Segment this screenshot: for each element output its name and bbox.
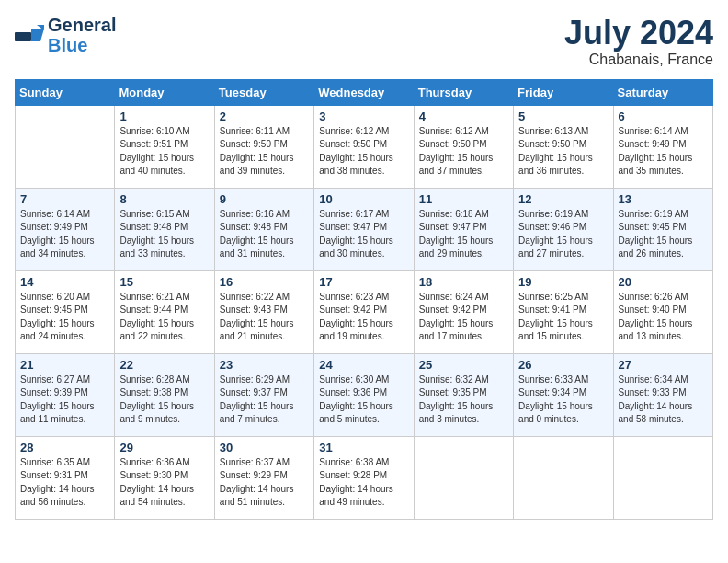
day-number: 20: [619, 275, 708, 289]
day-info: Sunrise: 6:10 AMSunset: 9:51 PMDaylight:…: [119, 125, 209, 178]
calendar-week-row: 21Sunrise: 6:27 AMSunset: 9:39 PMDayligh…: [16, 353, 713, 436]
calendar-cell: 31Sunrise: 6:38 AMSunset: 9:28 PMDayligh…: [314, 436, 414, 519]
calendar-table: SundayMondayTuesdayWednesdayThursdayFrid…: [15, 79, 713, 520]
logo-icon: [15, 25, 44, 45]
calendar-title: July 2024: [564, 15, 713, 52]
day-info: Sunrise: 6:37 AMSunset: 9:29 PMDaylight:…: [220, 456, 309, 510]
calendar-cell: [514, 436, 613, 519]
day-info: Sunrise: 6:12 AMSunset: 9:50 PMDaylight:…: [319, 125, 408, 178]
calendar-cell: 22Sunrise: 6:28 AMSunset: 9:38 PMDayligh…: [115, 353, 214, 436]
calendar-cell: 13Sunrise: 6:19 AMSunset: 9:45 PMDayligh…: [613, 188, 712, 270]
day-info: Sunrise: 6:27 AMSunset: 9:39 PMDaylight:…: [20, 373, 109, 427]
day-number: 12: [518, 192, 608, 206]
calendar-cell: 24Sunrise: 6:30 AMSunset: 9:36 PMDayligh…: [314, 353, 414, 436]
day-info: Sunrise: 6:33 AMSunset: 9:34 PMDaylight:…: [518, 373, 608, 427]
day-info: Sunrise: 6:15 AMSunset: 9:48 PMDaylight:…: [119, 208, 209, 261]
day-number: 28: [20, 441, 109, 454]
day-number: 24: [319, 358, 408, 372]
calendar-cell: 17Sunrise: 6:23 AMSunset: 9:42 PMDayligh…: [314, 270, 414, 353]
day-info: Sunrise: 6:23 AMSunset: 9:42 PMDaylight:…: [319, 291, 408, 344]
day-number: 22: [119, 358, 209, 372]
calendar-location: Chabanais, France: [564, 52, 713, 68]
day-info: Sunrise: 6:19 AMSunset: 9:45 PMDaylight:…: [619, 208, 708, 261]
calendar-cell: 19Sunrise: 6:25 AMSunset: 9:41 PMDayligh…: [514, 270, 613, 353]
calendar-cell: 28Sunrise: 6:35 AMSunset: 9:31 PMDayligh…: [16, 436, 115, 519]
logo-line1: General: [48, 15, 116, 35]
day-info: Sunrise: 6:24 AMSunset: 9:42 PMDaylight:…: [419, 291, 508, 344]
day-info: Sunrise: 6:35 AMSunset: 9:31 PMDaylight:…: [20, 456, 109, 510]
day-number: 31: [319, 441, 408, 454]
calendar-cell: 7Sunrise: 6:14 AMSunset: 9:49 PMDaylight…: [16, 188, 115, 270]
calendar-cell: 3Sunrise: 6:12 AMSunset: 9:50 PMDaylight…: [314, 105, 414, 188]
calendar-cell: 4Sunrise: 6:12 AMSunset: 9:50 PMDaylight…: [414, 105, 513, 188]
svg-marker-1: [31, 29, 44, 41]
column-header-monday: Monday: [115, 79, 214, 105]
calendar-cell: 5Sunrise: 6:13 AMSunset: 9:50 PMDaylight…: [514, 105, 613, 188]
logo-line2: Blue: [48, 35, 116, 55]
day-info: Sunrise: 6:11 AMSunset: 9:50 PMDaylight:…: [220, 125, 309, 178]
day-number: 11: [419, 192, 508, 206]
column-header-tuesday: Tuesday: [214, 79, 313, 105]
calendar-cell: 2Sunrise: 6:11 AMSunset: 9:50 PMDaylight…: [214, 105, 313, 188]
day-number: 8: [119, 192, 209, 206]
day-info: Sunrise: 6:29 AMSunset: 9:37 PMDaylight:…: [220, 373, 309, 427]
day-number: 19: [518, 275, 608, 289]
day-number: 26: [518, 358, 608, 372]
day-number: 6: [619, 109, 708, 123]
day-info: Sunrise: 6:17 AMSunset: 9:47 PMDaylight:…: [319, 208, 408, 261]
day-info: Sunrise: 6:28 AMSunset: 9:38 PMDaylight:…: [119, 373, 209, 427]
calendar-cell: 29Sunrise: 6:36 AMSunset: 9:30 PMDayligh…: [115, 436, 214, 519]
day-number: 10: [319, 192, 408, 206]
calendar-week-row: 1Sunrise: 6:10 AMSunset: 9:51 PMDaylight…: [16, 105, 713, 188]
calendar-cell: 9Sunrise: 6:16 AMSunset: 9:48 PMDaylight…: [214, 188, 313, 270]
title-area: July 2024 Chabanais, France: [564, 15, 713, 68]
calendar-cell: 18Sunrise: 6:24 AMSunset: 9:42 PMDayligh…: [414, 270, 513, 353]
day-number: 29: [119, 441, 209, 454]
calendar-cell: 23Sunrise: 6:29 AMSunset: 9:37 PMDayligh…: [214, 353, 313, 436]
calendar-cell: 21Sunrise: 6:27 AMSunset: 9:39 PMDayligh…: [16, 353, 115, 436]
day-info: Sunrise: 6:26 AMSunset: 9:40 PMDaylight:…: [619, 291, 708, 344]
header: General Blue July 2024 Chabanais, France: [15, 15, 713, 68]
column-header-thursday: Thursday: [414, 79, 513, 105]
day-info: Sunrise: 6:21 AMSunset: 9:44 PMDaylight:…: [119, 291, 209, 344]
day-info: Sunrise: 6:25 AMSunset: 9:41 PMDaylight:…: [518, 291, 608, 344]
day-number: 30: [220, 441, 309, 454]
calendar-cell: [414, 436, 513, 519]
day-number: 17: [319, 275, 408, 289]
day-number: 15: [119, 275, 209, 289]
calendar-cell: 30Sunrise: 6:37 AMSunset: 9:29 PMDayligh…: [214, 436, 313, 519]
day-number: 27: [619, 358, 708, 372]
day-info: Sunrise: 6:14 AMSunset: 9:49 PMDaylight:…: [619, 125, 708, 178]
calendar-cell: 25Sunrise: 6:32 AMSunset: 9:35 PMDayligh…: [414, 353, 513, 436]
calendar-week-row: 14Sunrise: 6:20 AMSunset: 9:45 PMDayligh…: [16, 270, 713, 353]
day-info: Sunrise: 6:18 AMSunset: 9:47 PMDaylight:…: [419, 208, 508, 261]
day-number: 16: [220, 275, 309, 289]
day-info: Sunrise: 6:16 AMSunset: 9:48 PMDaylight:…: [220, 208, 309, 261]
calendar-cell: 8Sunrise: 6:15 AMSunset: 9:48 PMDaylight…: [115, 188, 214, 270]
day-info: Sunrise: 6:20 AMSunset: 9:45 PMDaylight:…: [20, 291, 109, 344]
day-info: Sunrise: 6:38 AMSunset: 9:28 PMDaylight:…: [319, 456, 408, 510]
calendar-cell: [16, 105, 115, 188]
day-number: 4: [419, 109, 508, 123]
calendar-cell: 14Sunrise: 6:20 AMSunset: 9:45 PMDayligh…: [16, 270, 115, 353]
day-number: 13: [619, 192, 708, 206]
day-number: 2: [220, 109, 309, 123]
day-number: 21: [20, 358, 109, 372]
calendar-cell: 20Sunrise: 6:26 AMSunset: 9:40 PMDayligh…: [613, 270, 712, 353]
calendar-week-row: 7Sunrise: 6:14 AMSunset: 9:49 PMDaylight…: [16, 188, 713, 270]
day-number: 23: [220, 358, 309, 372]
day-info: Sunrise: 6:32 AMSunset: 9:35 PMDaylight:…: [419, 373, 508, 427]
column-header-wednesday: Wednesday: [314, 79, 414, 105]
day-number: 25: [419, 358, 508, 372]
day-number: 18: [419, 275, 508, 289]
day-number: 1: [119, 109, 209, 123]
column-header-sunday: Sunday: [16, 79, 115, 105]
calendar-cell: 11Sunrise: 6:18 AMSunset: 9:47 PMDayligh…: [414, 188, 513, 270]
day-info: Sunrise: 6:13 AMSunset: 9:50 PMDaylight:…: [518, 125, 608, 178]
day-info: Sunrise: 6:12 AMSunset: 9:50 PMDaylight:…: [419, 125, 508, 178]
day-number: 14: [20, 275, 109, 289]
day-number: 5: [518, 109, 608, 123]
calendar-cell: 1Sunrise: 6:10 AMSunset: 9:51 PMDaylight…: [115, 105, 214, 188]
calendar-week-row: 28Sunrise: 6:35 AMSunset: 9:31 PMDayligh…: [16, 436, 713, 519]
calendar-cell: 16Sunrise: 6:22 AMSunset: 9:43 PMDayligh…: [214, 270, 313, 353]
